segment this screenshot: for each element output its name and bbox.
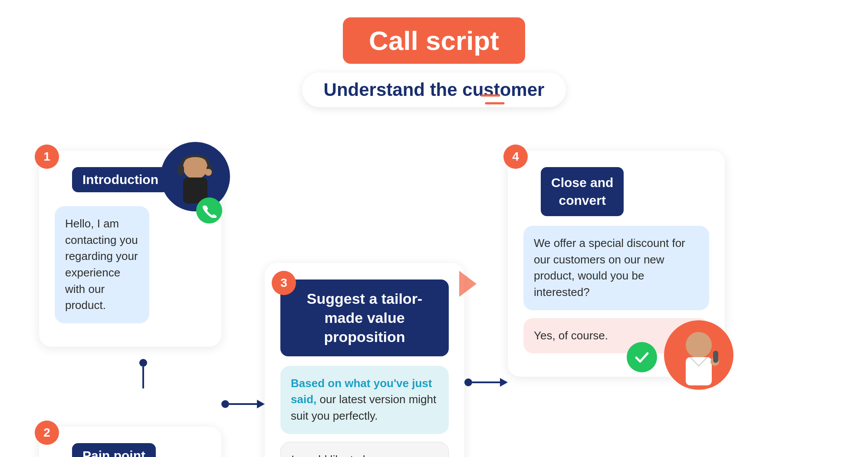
deco-lines-svg: [477, 91, 512, 117]
check-icon: [633, 348, 651, 366]
cards-row: 1 Introduction: [39, 125, 829, 457]
left-stack: 1 Introduction: [39, 125, 221, 457]
step4-bubble-agent: We offer a special discount for our cust…: [523, 226, 709, 310]
connector-line-2: [472, 381, 500, 383]
svg-point-7: [205, 169, 212, 176]
step1-title: Introduction: [82, 172, 158, 187]
connector-3-4: [464, 378, 508, 387]
step1-title-badge: Introduction: [72, 167, 169, 192]
card-introduction: 1 Introduction: [39, 151, 221, 347]
connector-line-1: [229, 403, 257, 405]
connector-arrow-2: [500, 378, 508, 387]
avatar-agent: [161, 142, 230, 211]
connector-arrow-1: [257, 400, 265, 408]
svg-rect-5: [178, 165, 184, 175]
vert-connector: [39, 359, 221, 388]
card-suggest: 3 Suggest a tailor-made value propositio…: [265, 263, 464, 457]
step2-title-badge: Pain point: [72, 443, 156, 457]
dot-connector: [139, 359, 147, 367]
step4-title-badge: Close and convert: [541, 167, 624, 216]
card-pain-point: 2 Pain point How could we improve our pr…: [39, 427, 221, 457]
step4-number: 4: [503, 145, 528, 169]
step3-bubble-agent: Based on what you've just said, our late…: [280, 366, 449, 434]
deco-triangle: [459, 271, 477, 297]
step2-number: 2: [35, 421, 59, 445]
step4-bubble-text2: Yes, of course.: [534, 329, 608, 342]
svg-rect-12: [713, 351, 718, 363]
step4-bubble-text: We offer a special discount for our cust…: [534, 237, 685, 299]
svg-rect-10: [686, 357, 712, 385]
step3-number: 3: [272, 271, 296, 295]
page-title: Call script: [369, 26, 499, 56]
vert-line: [142, 367, 144, 388]
step3-title-badge: Suggest a tailor-made value proposition: [280, 279, 449, 356]
subtitle-badge: Understand the customer: [302, 72, 566, 107]
step4-title: Close and convert: [551, 175, 613, 207]
check-icon-circle: [627, 342, 657, 372]
connector-1-3: [221, 400, 265, 408]
page-container: Call script Understand the customer 1 In…: [0, 0, 868, 457]
connector-dot-2: [464, 378, 472, 386]
step2-title: Pain point: [82, 448, 145, 457]
avatar-customer: [664, 320, 733, 390]
step3-title-area: 3 Suggest a tailor-made value propositio…: [280, 279, 449, 356]
step3-title: Suggest a tailor-made value proposition: [307, 290, 422, 345]
step3-bubble-customer: I would like to know more.: [280, 442, 449, 457]
phone-icon-circle: [196, 197, 222, 224]
phone-icon: [202, 203, 217, 218]
step1-bubble-text: Hello, I am contacting you regarding you…: [65, 217, 138, 312]
customer-avatar-svg: [666, 322, 731, 388]
step1-bubble: Hello, I am contacting you regarding you…: [55, 206, 149, 323]
svg-point-9: [686, 332, 712, 358]
page-title-badge: Call script: [343, 17, 525, 64]
connector-dot-1: [221, 400, 229, 408]
agent-avatar-svg: [165, 146, 226, 207]
card-close-convert: 4 Close and convert We offer a special d…: [508, 151, 725, 377]
step1-number: 1: [35, 145, 59, 169]
step3-bubble-text2: I would like to know more.: [291, 453, 421, 457]
